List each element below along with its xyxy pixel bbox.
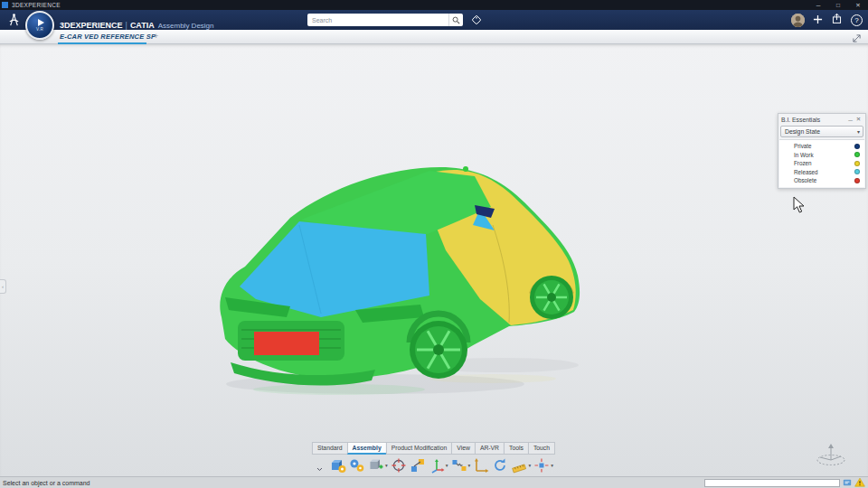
car-front-wheel (410, 321, 467, 379)
existing-component-icon[interactable]: ▾ (367, 455, 389, 475)
brand-module: Assembly Design (158, 22, 214, 30)
messages-icon[interactable] (843, 474, 852, 488)
toolbar-overflow-chevron-icon[interactable] (314, 464, 326, 475)
status-color-dot (854, 144, 860, 149)
status-color-dot (854, 152, 860, 157)
help-icon[interactable]: ? (851, 14, 863, 26)
legend-item-obsolete: Obsolete (779, 176, 864, 185)
ribbon-tab-ar-vr[interactable]: AR-VR (475, 442, 505, 455)
chevron-down-icon: ▾ (551, 463, 553, 468)
warning-icon[interactable] (854, 474, 865, 488)
brand-platform: 3DEXPERIENCE (60, 21, 123, 30)
snap-cubes-icon[interactable] (409, 455, 427, 475)
chevron-down-icon: ▾ (385, 463, 388, 468)
legend-item-released: Released (779, 168, 864, 177)
active-tab-underline (58, 42, 146, 44)
bi-panel-header: B.I. Essentials ─ ✕ (778, 114, 865, 125)
chevron-down-icon: ▾ (446, 463, 448, 468)
action-bar: Standard Assembly Product Modification V… (313, 442, 555, 475)
ribbon-tab-touch[interactable]: Touch (528, 442, 555, 455)
3d-compass-widget[interactable]: V.R (25, 11, 54, 40)
status-message: Select an object or a command (3, 480, 704, 486)
car-model[interactable] (203, 162, 592, 397)
app-icon (2, 2, 8, 8)
design-state-legend: Private In Work Frozen Released Obsolete (779, 139, 864, 187)
measure-ruler-icon[interactable]: ▾ (510, 455, 532, 475)
window-maximize-button[interactable]: □ (828, 0, 848, 10)
mouse-cursor (793, 196, 806, 214)
car-plate (254, 332, 319, 355)
bi-close-icon[interactable]: ✕ (854, 116, 863, 123)
chevron-down-icon: ▾ (528, 463, 531, 468)
brand-separator: | (126, 21, 127, 30)
bi-panel-title: B.I. Essentials (781, 117, 846, 123)
brand-app: CATIA (130, 21, 155, 30)
design-state-dropdown[interactable]: Design State ▾ (780, 126, 863, 137)
legend-label: In Work (794, 152, 854, 158)
search-box (307, 14, 463, 26)
chevron-down-icon: ▾ (857, 128, 860, 135)
brand-text: 3DEXPERIENCE|CATIAAssembly Design (60, 15, 214, 32)
add-icon[interactable] (813, 12, 823, 28)
legend-label: Released (794, 169, 854, 175)
window-title: 3DEXPERIENCE (12, 2, 61, 8)
legend-label: Private (794, 143, 854, 149)
window-minimize-button[interactable]: ─ (808, 0, 828, 10)
assembly-toolbar: ▾ ▾ ▾ ▾ (314, 455, 554, 475)
tag-icon[interactable] (470, 14, 483, 26)
3d-viewport[interactable]: ‹ (0, 44, 868, 476)
car-rear-wheel (530, 276, 573, 319)
legend-label: Obsolete (794, 177, 854, 183)
app-header: 3DEXPERIENCE|CATIAAssembly Design ? (0, 10, 868, 30)
ribbon-tab-assembly[interactable]: Assembly (347, 442, 387, 455)
status-color-dot (854, 169, 860, 174)
user-avatar[interactable] (791, 14, 805, 27)
panel-collapse-handle[interactable]: ‹ (0, 279, 6, 294)
status-color-dot (854, 161, 860, 166)
positioning-crosshair-icon[interactable] (390, 455, 408, 475)
ribbon-tab-view[interactable]: View (451, 442, 476, 455)
status-bar: Select an object or a command (0, 476, 868, 488)
new-tab-button[interactable]: + (154, 32, 158, 41)
play-icon (38, 19, 44, 26)
active-document-tab[interactable]: E-CAR VED REFERENCE SP (60, 33, 156, 41)
dropdown-selected-value: Design State (785, 128, 857, 135)
ground-robot-icon[interactable] (812, 440, 850, 471)
document-tab-bar: E-CAR VED REFERENCE SP + (0, 30, 868, 44)
axis-system-icon[interactable] (472, 455, 490, 475)
component-gears-icon[interactable] (348, 455, 366, 475)
ribbon-tab-tools[interactable]: Tools (504, 442, 529, 455)
ribbon-tab-bar: Standard Assembly Product Modification V… (313, 442, 555, 455)
compass-version-label: V.R (36, 27, 43, 32)
application-window: 3DEXPERIENCE ─ □ ✕ 3DEXPERIENCE|CATIAAss… (0, 0, 868, 488)
insert-product-icon[interactable] (329, 455, 347, 475)
bi-essentials-panel: B.I. Essentials ─ ✕ Design State ▾ Priva… (778, 113, 866, 189)
manipulation-axes-icon[interactable]: ▾ (428, 455, 449, 475)
command-input[interactable] (704, 479, 840, 487)
bi-minimize-icon[interactable]: ─ (846, 117, 854, 123)
fullscreen-icon[interactable] (851, 32, 863, 43)
legend-label: Frozen (794, 160, 854, 166)
update-refresh-icon[interactable] (491, 455, 509, 475)
chevron-down-icon: ▾ (468, 463, 471, 468)
search-icon[interactable] (448, 14, 463, 26)
exploded-view-icon[interactable]: ▾ (533, 455, 554, 475)
engineering-connection-icon[interactable]: ▾ (450, 455, 472, 475)
legend-item-in-work: In Work (779, 151, 864, 160)
ribbon-tab-standard[interactable]: Standard (312, 442, 348, 455)
search-input[interactable] (307, 14, 448, 25)
window-titlebar: 3DEXPERIENCE ─ □ ✕ (0, 0, 868, 10)
status-color-dot (854, 178, 860, 183)
compass-icon[interactable] (6, 13, 22, 32)
share-icon[interactable] (831, 12, 843, 28)
legend-item-private: Private (779, 142, 864, 151)
window-close-button[interactable]: ✕ (848, 0, 868, 10)
ribbon-tab-product-modification[interactable]: Product Modification (386, 442, 453, 455)
legend-item-frozen: Frozen (779, 159, 864, 168)
